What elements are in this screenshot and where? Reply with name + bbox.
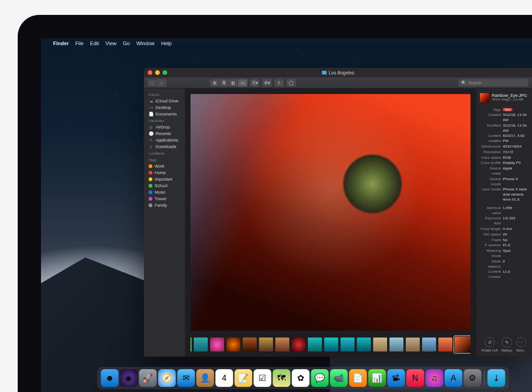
sidebar-item-airdrop[interactable]: ◎AirDrop <box>144 124 185 130</box>
dock-tile-downloads[interactable]: ⤓ <box>487 369 505 387</box>
filmstrip-thumbnail[interactable] <box>259 338 273 351</box>
quick-action-more-[interactable]: ⋯More... <box>516 337 526 352</box>
sidebar-item-work[interactable]: Work <box>144 163 185 169</box>
dock-app-notes[interactable]: 📝 <box>234 369 252 387</box>
tag-dot-icon <box>149 184 152 188</box>
dock-app-news[interactable]: N <box>406 369 424 387</box>
window-close-button[interactable] <box>148 70 152 75</box>
meta-label: Content created <box>480 134 501 144</box>
window-zoom-button[interactable] <box>163 70 167 75</box>
sidebar-item-school[interactable]: School <box>144 182 185 189</box>
sidebar-section-icloud: iCloud <box>144 91 185 98</box>
sidebar-item-recents[interactable]: 🕘Recents <box>144 130 185 137</box>
view-list-button[interactable]: ≣ <box>219 79 229 87</box>
sidebar-icon: ⤓ <box>149 144 153 149</box>
filmstrip-thumbnail[interactable] <box>210 338 224 351</box>
tags-label: Tags <box>480 108 501 113</box>
dock-app-pages[interactable]: 📄 <box>349 369 367 387</box>
search-field[interactable]: 🔍 Search <box>458 79 528 87</box>
window-minimize-button[interactable] <box>155 70 160 75</box>
menu-go[interactable]: Go <box>123 41 130 46</box>
dock-app-contacts[interactable]: 👤 <box>196 369 214 387</box>
view-columns-button[interactable]: ▥ <box>229 79 238 87</box>
dock-app-preferences[interactable]: ⚙ <box>464 369 481 387</box>
sidebar-item-important[interactable]: Important <box>144 176 185 182</box>
dock-app-messages[interactable]: 💬 <box>311 369 328 387</box>
sidebar-item-applications[interactable]: AApplications <box>144 137 185 143</box>
dock-app-itunes[interactable]: ♫ <box>425 369 443 387</box>
menu-edit[interactable]: Edit <box>90 41 99 46</box>
dock-app-keynote[interactable]: 📽 <box>387 369 405 387</box>
dock-app-mail[interactable]: ✉ <box>177 369 195 387</box>
dock-app-calendar[interactable]: 4 <box>215 369 233 387</box>
share-button[interactable]: ⇪ <box>274 79 284 87</box>
dock-app-photos[interactable]: ✿ <box>292 369 309 387</box>
menu-help[interactable]: Help <box>161 41 172 46</box>
filmstrip-thumbnail[interactable] <box>406 338 420 351</box>
sidebar-item-home[interactable]: Home <box>144 169 185 176</box>
dock-app-appstore[interactable]: A <box>444 369 462 387</box>
nav-back-button[interactable]: ‹ <box>148 79 157 87</box>
filmstrip-thumbnail[interactable] <box>455 337 471 352</box>
filmstrip-thumbnail[interactable] <box>389 338 403 351</box>
sidebar-item-desktop[interactable]: ▭Desktop <box>144 104 185 111</box>
filmstrip-thumbnail[interactable] <box>373 338 387 351</box>
filmstrip-thumbnail[interactable] <box>341 338 355 351</box>
meta-label: ISO speed <box>480 232 501 237</box>
meta-value: RGB <box>503 155 528 161</box>
meta-label: Device make <box>480 166 501 176</box>
dock-app-reminders[interactable]: ☑ <box>253 369 271 387</box>
preview-image[interactable] <box>191 94 471 331</box>
sidebar-item-icloud-drive[interactable]: ☁iCloud Drive <box>144 98 185 104</box>
filmstrip-thumbnail[interactable] <box>422 338 436 351</box>
action-button[interactable]: ⚙▾ <box>262 79 272 87</box>
sidebar-icon: 🕘 <box>149 131 153 136</box>
dock-app-finder[interactable]: ☻ <box>101 369 118 387</box>
meta-value: No <box>503 238 528 243</box>
nav-forward-button[interactable]: › <box>157 79 166 87</box>
dock-app-numbers[interactable]: 📊 <box>368 369 386 387</box>
dock-app-facetime[interactable]: 📹 <box>330 369 348 387</box>
meta-value: 4 mm <box>503 227 528 232</box>
sidebar-icon: 📄 <box>149 112 153 116</box>
filmstrip-thumbnail[interactable] <box>438 338 452 351</box>
filmstrip-thumbnail[interactable] <box>194 338 208 351</box>
dock-app-siri[interactable]: ◉ <box>120 369 137 387</box>
sidebar-item-travel[interactable]: Travel <box>144 196 185 202</box>
meta-value: f/1.8 <box>503 243 528 248</box>
meta-label: Aperture value <box>480 206 501 216</box>
app-menu[interactable]: Finder <box>53 41 69 46</box>
menu-file[interactable]: File <box>75 41 84 46</box>
meta-value: 0 <box>503 259 528 270</box>
filmstrip-thumbnail[interactable] <box>324 338 338 351</box>
filmstrip-thumbnail[interactable] <box>243 338 257 351</box>
sidebar-icon: ◎ <box>149 125 153 129</box>
menu-window[interactable]: Window <box>136 41 155 46</box>
info-panel: Rainbow_Eye.JPG JPEG image - 2.6 MB Tags… <box>476 88 532 357</box>
filmstrip-thumbnail[interactable] <box>275 338 289 351</box>
window-title: Los Angeles <box>329 70 355 75</box>
file-thumbnail-icon <box>480 93 489 102</box>
menu-view[interactable]: View <box>105 41 116 46</box>
sidebar-item-documents[interactable]: 📄Documents <box>144 111 185 117</box>
filmstrip-thumbnail[interactable] <box>292 338 306 351</box>
edit-tags-button[interactable]: ◯ <box>286 79 296 87</box>
dock-app-maps[interactable]: 🗺 <box>273 369 290 387</box>
filmstrip-thumbnail[interactable] <box>357 338 371 351</box>
meta-label: Color space <box>480 155 501 161</box>
quick-action-rotate-left[interactable]: ↺Rotate Left <box>482 337 498 352</box>
sidebar-section-favorites: Favorites <box>144 117 185 124</box>
dock-app-launchpad[interactable]: 🚀 <box>139 369 157 387</box>
filmstrip-thumbnail[interactable] <box>308 338 322 351</box>
finder-window: Los Angeles ‹ › ⊞ ≣ ▥ ▭ ☰▾ ⚙▾ <box>144 68 532 357</box>
filmstrip-thumbnail[interactable] <box>226 338 240 351</box>
sidebar-item-family[interactable]: Family <box>144 202 185 209</box>
arrange-button[interactable]: ☰▾ <box>250 79 259 87</box>
view-icons-button[interactable]: ⊞ <box>210 79 219 87</box>
sidebar-item-music[interactable]: Music <box>144 189 185 196</box>
quick-action-markup[interactable]: ✎Markup <box>501 337 512 352</box>
view-gallery-button[interactable]: ▭ <box>238 79 247 87</box>
dock-app-safari[interactable]: 🧭 <box>158 369 176 387</box>
tag-badge[interactable]: Red <box>503 108 512 111</box>
sidebar-item-downloads[interactable]: ⤓Downloads <box>144 143 185 150</box>
